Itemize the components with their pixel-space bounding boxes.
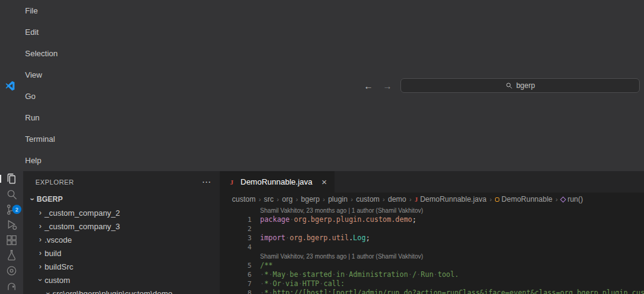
java-file-icon: J (414, 196, 418, 203)
breadcrumb: custom›src›org›bgerp›plugin›custom›demo›… (220, 193, 644, 206)
breadcrumb-item-demorunnable[interactable]: DemoRunnable (495, 195, 552, 204)
codelens-text[interactable]: Shamil Vakhitov, 23 months ago | 1 autho… (260, 253, 423, 260)
method-symbol-icon (560, 196, 566, 202)
menu-go[interactable]: Go (20, 86, 63, 107)
code-line-2[interactable]: 2 (220, 224, 644, 233)
tab-bar: J DemoRunnable.java × (220, 171, 644, 193)
breadcrumb-item-demo[interactable]: demo (388, 195, 406, 204)
menu-terminal[interactable]: Terminal (20, 128, 63, 150)
breadcrumb-item-org[interactable]: org (282, 195, 292, 204)
explorer-header: EXPLORER (35, 178, 74, 186)
gutter: 1 (220, 215, 260, 224)
scm-badge: 2 (12, 205, 21, 214)
line-number: 6 (247, 271, 251, 279)
code-line-7[interactable]: 7·*·Or·via·HTTP·call: (220, 279, 644, 288)
tree-item-label: custom (45, 276, 70, 285)
explorer-sidebar: EXPLORER ⋯ ›BGERP›_custom_company_2›_cus… (23, 171, 220, 294)
run-debug-icon[interactable] (0, 217, 23, 232)
code-line-6[interactable]: 6·*·May·be·started·in·Administration·/·R… (220, 270, 644, 279)
search-icon (505, 82, 513, 89)
tree-item--custom-company-3[interactable]: ›_custom_company_3 (23, 219, 220, 233)
chevron-down-icon: › (45, 289, 52, 294)
class-symbol-icon (495, 197, 499, 202)
code-line-5[interactable]: 5/** (220, 261, 644, 270)
code-line-3[interactable]: 3import·org.bgerp.util.Log; (220, 233, 644, 243)
testing-icon[interactable] (0, 248, 23, 263)
tab-close-icon[interactable]: × (322, 177, 327, 187)
breadcrumb-item-bgerp[interactable]: bgerp (301, 195, 320, 204)
line-number: 2 (247, 225, 251, 233)
menu-help[interactable]: Help (20, 150, 63, 171)
line-number: 7 (247, 280, 251, 288)
source-control-icon[interactable]: 2 (0, 202, 23, 217)
line-number: 8 (247, 289, 251, 294)
code-line-4[interactable]: 4 (220, 243, 644, 252)
tree-item-label: BGERP (37, 195, 63, 204)
tree-item-label: _custom_company_3 (45, 222, 120, 231)
tree-item-bgerp[interactable]: ›BGERP (23, 193, 220, 206)
tree-item-label: src\org\bgerp\plugin\custom\demo (52, 289, 173, 294)
breadcrumb-item-src[interactable]: src (264, 195, 273, 204)
breadcrumb-item-plugin[interactable]: plugin (328, 195, 347, 204)
codelens[interactable]: Shamil Vakhitov, 23 months ago | 1 autho… (220, 206, 644, 215)
chevron-right-icon: › (295, 196, 298, 203)
chevron-right-icon: › (36, 236, 45, 243)
search-value: bgerp (516, 81, 535, 90)
gutter: 5 (220, 261, 260, 270)
tree-item-label: buildSrc (45, 262, 73, 271)
gutter: 8 (220, 288, 260, 294)
breadcrumb-item-demorunnable-java[interactable]: JDemoRunnable.java (414, 195, 487, 204)
extensions-icon[interactable] (0, 233, 23, 248)
chevron-right-icon: › (383, 196, 385, 203)
chevron-down-icon: › (37, 276, 44, 284)
chevron-right-icon: › (410, 196, 412, 203)
tree-item-label: _custom_company_2 (45, 208, 120, 218)
tree-item--custom-company-2[interactable]: ›_custom_company_2 (23, 206, 220, 219)
breadcrumb-item-custom[interactable]: custom (232, 195, 256, 204)
gutter: 2 (220, 224, 260, 233)
gutter: 4 (220, 243, 260, 252)
chevron-right-icon: › (36, 249, 45, 257)
tab-demorunnable[interactable]: J DemoRunnable.java × (220, 171, 335, 193)
tree-item-src-org-bgerp-plugin-custom-demo[interactable]: ›src\org\bgerp\plugin\custom\demo (23, 287, 220, 294)
chevron-right-icon: › (277, 196, 279, 203)
tree-item-label: .vscode (45, 235, 72, 244)
code-line-8[interactable]: 8·*·http://[host]:[port]/admin/run.do?ac… (220, 288, 644, 294)
explorer-more-icon[interactable]: ⋯ (202, 177, 211, 188)
breadcrumb-item-custom[interactable]: custom (356, 195, 380, 204)
menu-run[interactable]: Run (20, 107, 63, 128)
tree-item-build[interactable]: ›build (23, 246, 220, 260)
line-number: 4 (247, 243, 251, 251)
codelens[interactable]: Shamil Vakhitov, 23 months ago | 1 autho… (220, 252, 644, 261)
search-view-icon[interactable] (0, 186, 23, 202)
vscode-logo-icon (0, 81, 20, 91)
title-bar: FileEditSelectionViewGoRunTerminalHelp ←… (0, 0, 644, 171)
gutter: 3 (220, 233, 260, 243)
line-number: 3 (247, 234, 251, 242)
editor-pane: J DemoRunnable.java × custom›src›org›bge… (220, 171, 644, 294)
breadcrumb-item-run-[interactable]: run() (561, 195, 583, 204)
vscode-window: FileEditSelectionViewGoRunTerminalHelp ←… (0, 0, 644, 294)
tree-item--vscode[interactable]: ›.vscode (23, 233, 220, 246)
menu-edit[interactable]: Edit (20, 21, 63, 43)
java-file-icon: J (227, 178, 236, 186)
code-line-1[interactable]: 1package·org.bgerp.plugin.custom.demo; (220, 215, 644, 224)
nav-back-icon[interactable]: ← (364, 81, 373, 91)
code-area[interactable]: Shamil Vakhitov, 23 months ago | 1 autho… (220, 206, 644, 294)
tree-item-custom[interactable]: ›custom (23, 273, 220, 287)
search-box[interactable]: bgerp (400, 78, 640, 93)
line-number: 5 (247, 262, 251, 270)
codelens-text[interactable]: Shamil Vakhitov, 23 months ago | 1 autho… (260, 207, 423, 214)
tab-label: DemoRunnable.java (241, 177, 313, 186)
activity-bar: 2 (0, 171, 23, 294)
tree-item-buildsrc[interactable]: ›buildSrc (23, 260, 220, 273)
gutter: 7 (220, 279, 260, 288)
gitlens-icon[interactable] (0, 263, 23, 279)
nav-forward-icon[interactable]: → (383, 81, 392, 91)
menu-file[interactable]: File (20, 0, 63, 21)
gradle-icon[interactable] (0, 279, 23, 294)
chevron-right-icon: › (259, 196, 261, 203)
menu-selection[interactable]: Selection (20, 43, 63, 64)
menu-view[interactable]: View (20, 64, 63, 86)
explorer-icon[interactable] (0, 171, 23, 186)
